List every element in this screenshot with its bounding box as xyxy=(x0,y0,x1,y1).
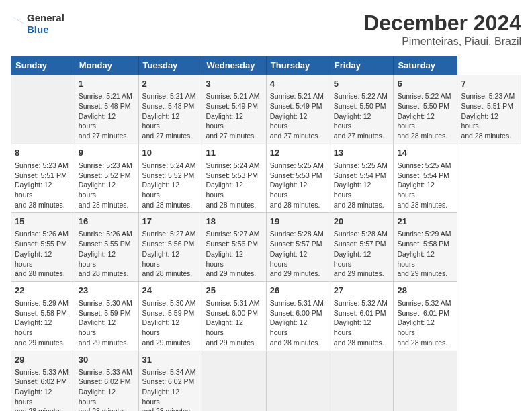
calendar-cell xyxy=(330,351,394,411)
calendar-cell xyxy=(11,75,75,144)
calendar-cell: 1Sunrise: 5:21 AM Sunset: 5:48 PM Daylig… xyxy=(75,75,138,144)
day-info: Sunrise: 5:30 AM Sunset: 5:59 PM Dayligh… xyxy=(142,298,199,347)
day-number: 3 xyxy=(206,78,262,90)
svg-marker-0 xyxy=(11,16,26,24)
calendar-cell: 13Sunrise: 5:25 AM Sunset: 5:54 PM Dayli… xyxy=(330,144,394,213)
calendar-cell: 12Sunrise: 5:25 AM Sunset: 5:53 PM Dayli… xyxy=(266,144,330,213)
calendar-cell: 14Sunrise: 5:25 AM Sunset: 5:54 PM Dayli… xyxy=(394,144,457,213)
day-number: 15 xyxy=(15,216,71,228)
day-info: Sunrise: 5:26 AM Sunset: 5:55 PM Dayligh… xyxy=(79,229,135,278)
day-number: 4 xyxy=(270,78,326,90)
calendar-header-row: SundayMondayTuesdayWednesdayThursdayFrid… xyxy=(11,56,521,75)
day-info: Sunrise: 5:23 AM Sunset: 5:51 PM Dayligh… xyxy=(461,91,517,140)
column-header-tuesday: Tuesday xyxy=(138,56,202,75)
calendar-cell: 28Sunrise: 5:32 AM Sunset: 6:01 PM Dayli… xyxy=(394,281,457,351)
day-info: Sunrise: 5:25 AM Sunset: 5:54 PM Dayligh… xyxy=(334,161,390,210)
logo-text: General Blue xyxy=(27,12,64,36)
week-row-4: 22Sunrise: 5:29 AM Sunset: 5:58 PM Dayli… xyxy=(11,281,521,351)
day-info: Sunrise: 5:30 AM Sunset: 5:59 PM Dayligh… xyxy=(79,298,135,347)
day-info: Sunrise: 5:21 AM Sunset: 5:48 PM Dayligh… xyxy=(142,91,199,140)
calendar-cell: 20Sunrise: 5:28 AM Sunset: 5:57 PM Dayli… xyxy=(330,213,394,282)
day-number: 31 xyxy=(142,354,199,366)
calendar-cell: 24Sunrise: 5:30 AM Sunset: 5:59 PM Dayli… xyxy=(138,281,202,351)
day-number: 7 xyxy=(461,78,517,90)
day-number: 21 xyxy=(397,216,453,228)
day-number: 8 xyxy=(15,147,71,159)
day-info: Sunrise: 5:29 AM Sunset: 5:58 PM Dayligh… xyxy=(15,298,71,347)
day-info: Sunrise: 5:24 AM Sunset: 5:53 PM Dayligh… xyxy=(206,161,262,210)
calendar-cell: 15Sunrise: 5:26 AM Sunset: 5:55 PM Dayli… xyxy=(11,213,75,282)
day-info: Sunrise: 5:27 AM Sunset: 5:56 PM Dayligh… xyxy=(142,229,199,278)
calendar-table: SundayMondayTuesdayWednesdayThursdayFrid… xyxy=(11,56,521,411)
day-number: 22 xyxy=(15,285,71,297)
calendar-cell: 4Sunrise: 5:21 AM Sunset: 5:49 PM Daylig… xyxy=(266,75,330,144)
day-number: 2 xyxy=(142,78,199,90)
logo-container: General Blue xyxy=(11,11,64,36)
day-number: 19 xyxy=(270,216,326,228)
day-number: 12 xyxy=(270,147,326,159)
calendar-cell xyxy=(394,351,457,411)
day-info: Sunrise: 5:21 AM Sunset: 5:49 PM Dayligh… xyxy=(206,91,262,140)
column-header-sunday: Sunday xyxy=(11,56,75,75)
day-number: 26 xyxy=(270,285,326,297)
calendar-cell: 21Sunrise: 5:29 AM Sunset: 5:58 PM Dayli… xyxy=(394,213,457,282)
day-info: Sunrise: 5:26 AM Sunset: 5:55 PM Dayligh… xyxy=(15,229,71,278)
calendar-cell: 6Sunrise: 5:22 AM Sunset: 5:50 PM Daylig… xyxy=(394,75,457,144)
day-info: Sunrise: 5:32 AM Sunset: 6:01 PM Dayligh… xyxy=(334,298,390,347)
week-row-2: 8Sunrise: 5:23 AM Sunset: 5:51 PM Daylig… xyxy=(11,144,521,213)
day-info: Sunrise: 5:31 AM Sunset: 6:00 PM Dayligh… xyxy=(270,298,326,347)
day-info: Sunrise: 5:33 AM Sunset: 6:02 PM Dayligh… xyxy=(79,367,135,411)
day-info: Sunrise: 5:23 AM Sunset: 5:51 PM Dayligh… xyxy=(15,161,71,210)
day-number: 18 xyxy=(206,216,262,228)
column-header-monday: Monday xyxy=(75,56,138,75)
column-header-thursday: Thursday xyxy=(266,56,330,75)
day-info: Sunrise: 5:31 AM Sunset: 6:00 PM Dayligh… xyxy=(206,298,262,347)
day-number: 14 xyxy=(397,147,453,159)
page-title: December 2024 xyxy=(363,11,521,36)
calendar-cell: 27Sunrise: 5:32 AM Sunset: 6:01 PM Dayli… xyxy=(330,281,394,351)
day-info: Sunrise: 5:22 AM Sunset: 5:50 PM Dayligh… xyxy=(397,91,453,140)
day-number: 16 xyxy=(79,216,135,228)
day-number: 30 xyxy=(79,354,135,366)
day-info: Sunrise: 5:32 AM Sunset: 6:01 PM Dayligh… xyxy=(397,298,453,347)
day-number: 24 xyxy=(142,285,199,297)
calendar-cell: 19Sunrise: 5:28 AM Sunset: 5:57 PM Dayli… xyxy=(266,213,330,282)
week-row-5: 29Sunrise: 5:33 AM Sunset: 6:02 PM Dayli… xyxy=(11,351,521,411)
day-info: Sunrise: 5:34 AM Sunset: 6:02 PM Dayligh… xyxy=(142,367,199,411)
day-info: Sunrise: 5:28 AM Sunset: 5:57 PM Dayligh… xyxy=(334,229,390,278)
calendar-cell: 2Sunrise: 5:21 AM Sunset: 5:48 PM Daylig… xyxy=(138,75,202,144)
calendar-cell: 22Sunrise: 5:29 AM Sunset: 5:58 PM Dayli… xyxy=(11,281,75,351)
calendar-cell: 7Sunrise: 5:23 AM Sunset: 5:51 PM Daylig… xyxy=(457,75,521,144)
day-number: 10 xyxy=(142,147,199,159)
day-number: 27 xyxy=(334,285,390,297)
day-info: Sunrise: 5:27 AM Sunset: 5:56 PM Dayligh… xyxy=(206,229,262,278)
day-number: 25 xyxy=(206,285,262,297)
week-row-1: 1Sunrise: 5:21 AM Sunset: 5:48 PM Daylig… xyxy=(11,75,521,144)
day-number: 13 xyxy=(334,147,390,159)
day-number: 1 xyxy=(79,78,135,90)
day-info: Sunrise: 5:25 AM Sunset: 5:54 PM Dayligh… xyxy=(397,161,453,210)
logo-bird-icon xyxy=(11,11,26,36)
logo: General Blue xyxy=(11,11,64,36)
calendar-cell: 26Sunrise: 5:31 AM Sunset: 6:00 PM Dayli… xyxy=(266,281,330,351)
day-info: Sunrise: 5:23 AM Sunset: 5:52 PM Dayligh… xyxy=(79,161,135,210)
calendar-cell xyxy=(202,351,266,411)
day-number: 28 xyxy=(397,285,453,297)
day-info: Sunrise: 5:21 AM Sunset: 5:49 PM Dayligh… xyxy=(270,91,326,140)
calendar-cell: 23Sunrise: 5:30 AM Sunset: 5:59 PM Dayli… xyxy=(75,281,138,351)
page-subtitle: Pimenteiras, Piaui, Brazil xyxy=(363,36,521,48)
day-info: Sunrise: 5:21 AM Sunset: 5:48 PM Dayligh… xyxy=(79,91,135,140)
day-number: 11 xyxy=(206,147,262,159)
day-number: 17 xyxy=(142,216,199,228)
header: General Blue December 2024 Pimenteiras, … xyxy=(11,11,521,48)
column-header-saturday: Saturday xyxy=(394,56,457,75)
day-number: 23 xyxy=(79,285,135,297)
column-header-wednesday: Wednesday xyxy=(202,56,266,75)
day-info: Sunrise: 5:22 AM Sunset: 5:50 PM Dayligh… xyxy=(334,91,390,140)
title-area: December 2024 Pimenteiras, Piaui, Brazil xyxy=(363,11,521,48)
calendar-cell: 31Sunrise: 5:34 AM Sunset: 6:02 PM Dayli… xyxy=(138,351,202,411)
day-number: 9 xyxy=(79,147,135,159)
calendar-cell: 16Sunrise: 5:26 AM Sunset: 5:55 PM Dayli… xyxy=(75,213,138,282)
calendar-cell: 3Sunrise: 5:21 AM Sunset: 5:49 PM Daylig… xyxy=(202,75,266,144)
calendar-cell: 5Sunrise: 5:22 AM Sunset: 5:50 PM Daylig… xyxy=(330,75,394,144)
